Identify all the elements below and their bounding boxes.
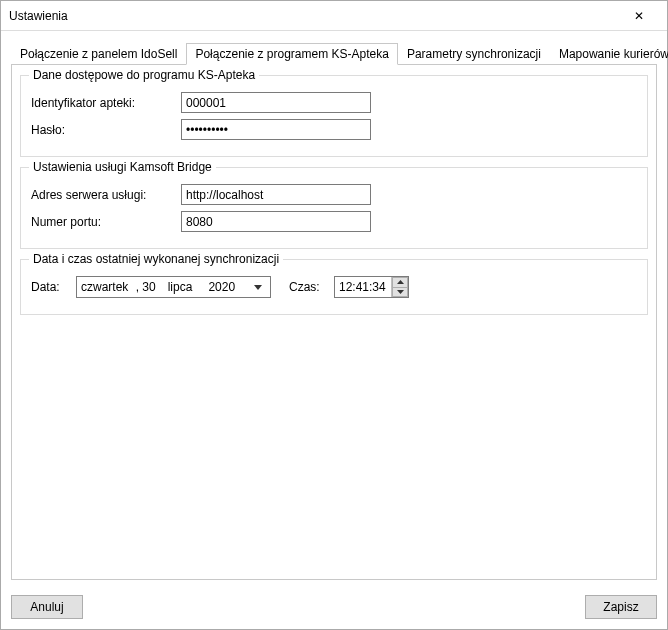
- titlebar: Ustawienia ✕: [1, 1, 667, 31]
- content-area: Połączenie z panelem IdoSell Połączenie …: [1, 31, 667, 590]
- label-date: Data:: [31, 280, 76, 294]
- tab-idosell[interactable]: Połączenie z panelem IdoSell: [11, 43, 186, 64]
- chevron-up-icon: [397, 280, 404, 284]
- date-picker[interactable]: czwartek , 30 lipca 2020: [76, 276, 271, 298]
- time-value: 12:41:34: [335, 280, 391, 294]
- time-spinner: [391, 277, 408, 297]
- input-server-address[interactable]: [181, 184, 371, 205]
- tab-sync-params[interactable]: Parametry synchronizacji: [398, 43, 550, 64]
- tab-label: Mapowanie kurierów i form: [559, 47, 668, 61]
- group-last-sync: Data i czas ostatniej wykonanej synchron…: [20, 259, 648, 315]
- group-access-legend: Dane dostępowe do programu KS-Apteka: [29, 68, 259, 82]
- tab-label: Parametry synchronizacji: [407, 47, 541, 61]
- tab-courier-mapping[interactable]: Mapowanie kurierów i form: [550, 43, 668, 64]
- tab-label: Połączenie z programem KS-Apteka: [195, 47, 388, 61]
- input-port[interactable]: [181, 211, 371, 232]
- group-last-sync-legend: Data i czas ostatniej wykonanej synchron…: [29, 252, 283, 266]
- tab-label: Połączenie z panelem IdoSell: [20, 47, 177, 61]
- group-bridge: Ustawienia usługi Kamsoft Bridge Adres s…: [20, 167, 648, 249]
- date-weekday: czwartek: [81, 280, 132, 294]
- group-bridge-legend: Ustawienia usługi Kamsoft Bridge: [29, 160, 216, 174]
- row-port: Numer portu:: [31, 211, 637, 232]
- spinner-down[interactable]: [392, 287, 408, 298]
- label-server-address: Adres serwera usługi:: [31, 188, 181, 202]
- time-wrap: Czas: 12:41:34: [289, 276, 409, 298]
- tab-panel: Dane dostępowe do programu KS-Apteka Ide…: [11, 65, 657, 580]
- save-button[interactable]: Zapisz: [585, 595, 657, 619]
- button-label: Anuluj: [30, 600, 63, 614]
- tab-ks-apteka[interactable]: Połączenie z programem KS-Apteka: [186, 43, 397, 65]
- footer: Anuluj Zapisz: [11, 595, 657, 619]
- date-month: lipca: [168, 280, 193, 294]
- input-pharmacy-id[interactable]: [181, 92, 371, 113]
- footer-spacer: [83, 595, 585, 619]
- spinner-up[interactable]: [392, 277, 408, 287]
- label-password: Hasło:: [31, 123, 181, 137]
- close-button[interactable]: ✕: [619, 1, 659, 31]
- chevron-down-icon: [250, 285, 266, 290]
- label-port: Numer portu:: [31, 215, 181, 229]
- chevron-down-icon: [397, 290, 404, 294]
- input-password[interactable]: [181, 119, 371, 140]
- label-time: Czas:: [289, 280, 334, 294]
- cancel-button[interactable]: Anuluj: [11, 595, 83, 619]
- date-year: 2020: [208, 280, 235, 294]
- date-day: , 30: [136, 280, 156, 294]
- group-access: Dane dostępowe do programu KS-Apteka Ide…: [20, 75, 648, 157]
- settings-window: Ustawienia ✕ Połączenie z panelem IdoSel…: [0, 0, 668, 630]
- button-label: Zapisz: [603, 600, 638, 614]
- tab-strip: Połączenie z panelem IdoSell Połączenie …: [11, 43, 657, 65]
- label-pharmacy-id: Identyfikator apteki:: [31, 96, 181, 110]
- window-title: Ustawienia: [9, 9, 619, 23]
- time-picker[interactable]: 12:41:34: [334, 276, 409, 298]
- row-pharmacy-id: Identyfikator apteki:: [31, 92, 637, 113]
- row-server-address: Adres serwera usługi:: [31, 184, 637, 205]
- row-datetime: Data: czwartek , 30 lipca 2020 Czas: 1: [31, 276, 637, 298]
- row-password: Hasło:: [31, 119, 637, 140]
- close-icon: ✕: [634, 9, 644, 23]
